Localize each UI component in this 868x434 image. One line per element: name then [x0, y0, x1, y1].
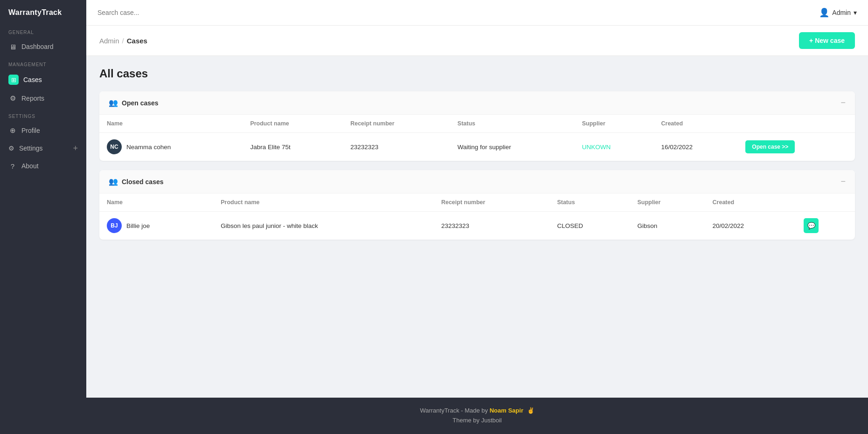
open-case-button[interactable]: Open case >>: [745, 140, 795, 153]
cases-icon: ⊞: [8, 75, 19, 85]
settings-add-button[interactable]: +: [73, 144, 78, 152]
breadcrumb-current: Cases: [127, 37, 147, 45]
user-icon: 👤: [819, 7, 829, 18]
settings-icon: ⚙: [8, 145, 14, 152]
col-action-header: [738, 115, 855, 133]
closed-case-product-cell: Gibson les paul junior - white black: [213, 212, 434, 240]
open-cases-header-row: Name Product name Receipt number Status …: [99, 115, 855, 133]
sidebar-item-label: Dashboard: [21, 43, 54, 50]
dashboard-icon: 🖥: [8, 42, 17, 51]
open-case-supplier-cell: UNKOWN: [575, 133, 654, 161]
closed-case-status-cell: CLOSED: [549, 212, 630, 240]
people-icon: 👥: [109, 98, 118, 107]
col-status-header: Status: [450, 115, 575, 133]
top-header: 👤 Admin ▾: [86, 0, 868, 26]
new-case-button[interactable]: + New case: [799, 32, 855, 49]
sidebar-item-about[interactable]: ? About: [0, 157, 86, 175]
closed-cases-table: Name Product name Receipt number Status …: [99, 193, 855, 240]
sidebar-item-cases[interactable]: ⊞ Cases: [0, 70, 86, 90]
people-icon-closed: 👥: [109, 177, 118, 186]
footer-line2: Theme by Justboil: [95, 416, 860, 426]
closed-cases-collapse-button[interactable]: −: [840, 177, 846, 186]
sidebar-item-label: Profile: [21, 127, 40, 134]
col-name-header: Name: [99, 115, 243, 133]
col-created-header: Created: [705, 193, 797, 212]
open-cases-collapse-button[interactable]: −: [840, 98, 846, 108]
col-created-header: Created: [654, 115, 738, 133]
col-receipt-header: Receipt number: [343, 115, 450, 133]
closed-case-supplier-cell: Gibson: [630, 212, 705, 240]
open-cases-title: 👥 Open cases: [109, 98, 159, 107]
sidebar-item-dashboard[interactable]: 🖥 Dashboard: [0, 38, 86, 55]
main-content: 👤 Admin ▾ Admin / Cases + New case All c…: [86, 0, 868, 434]
avatar: BJ: [107, 218, 122, 233]
open-case-receipt-cell: 23232323: [343, 133, 450, 161]
table-row: BJ Billie joe Gibson les paul junior - w…: [99, 212, 855, 240]
col-name-header: Name: [99, 193, 213, 212]
breadcrumb-separator: /: [122, 37, 124, 45]
col-product-header: Product name: [213, 193, 434, 212]
supplier-link[interactable]: UNKOWN: [582, 144, 611, 151]
profile-icon: ⊕: [8, 126, 17, 135]
closed-cases-section: 👥 Closed cases − Name Product name Recei…: [99, 170, 855, 240]
closed-case-name-cell: BJ Billie joe: [99, 212, 213, 240]
user-menu[interactable]: 👤 Admin ▾: [819, 7, 857, 18]
footer-author: Noam Sapir: [490, 407, 523, 414]
sidebar-item-profile[interactable]: ⊕ Profile: [0, 122, 86, 139]
closed-cases-label: Closed cases: [122, 178, 164, 186]
closed-cases-title: 👥 Closed cases: [109, 177, 164, 186]
open-cases-section: 👥 Open cases − Name Product name Receipt…: [99, 91, 855, 161]
open-case-action-cell: Open case >>: [738, 133, 855, 161]
sidebar-section-settings: SETTINGS: [0, 107, 86, 122]
footer-wave: ✌: [527, 407, 535, 414]
closed-case-action-cell: 💬: [796, 212, 855, 240]
closed-case-created-cell: 20/02/2022: [705, 212, 797, 240]
page-title: All cases: [99, 67, 855, 80]
sidebar-item-reports[interactable]: ⚙ Reports: [0, 90, 86, 107]
table-row: NC Neamma cohen Jabra Elite 75t 23232323…: [99, 133, 855, 161]
sidebar-item-label: Reports: [21, 95, 44, 102]
closed-case-button[interactable]: 💬: [804, 218, 819, 233]
col-receipt-header: Receipt number: [434, 193, 549, 212]
breadcrumb: Admin / Cases: [99, 37, 147, 45]
col-product-header: Product name: [243, 115, 343, 133]
sidebar-item-label: Settings: [19, 145, 43, 152]
open-case-name-cell: NC Neamma cohen: [99, 133, 243, 161]
case-name: Neamma cohen: [126, 144, 171, 151]
footer: WarrantyTrack - Made by Noam Sapir ✌ The…: [86, 398, 868, 434]
open-case-product-cell: Jabra Elite 75t: [243, 133, 343, 161]
col-status-header: Status: [549, 193, 630, 212]
case-name: Billie joe: [126, 222, 150, 229]
open-case-created-cell: 16/02/2022: [654, 133, 738, 161]
breadcrumb-parent: Admin: [99, 37, 119, 45]
sidebar: WarrantyTrack GENERAL 🖥 Dashboard MANAGE…: [0, 0, 86, 434]
avatar: NC: [107, 139, 122, 154]
about-icon: ?: [8, 162, 17, 170]
search-input[interactable]: [97, 9, 219, 16]
sidebar-item-label: Cases: [23, 76, 42, 83]
footer-text1: WarrantyTrack - Made by: [420, 407, 489, 414]
col-supplier-header: Supplier: [630, 193, 705, 212]
open-case-status-cell: Waiting for supplier: [450, 133, 575, 161]
sidebar-section-management: MANAGEMENT: [0, 55, 86, 70]
user-label: Admin: [832, 9, 851, 16]
col-supplier-header: Supplier: [575, 115, 654, 133]
app-logo: WarrantyTrack: [0, 0, 86, 23]
page-header: Admin / Cases + New case: [86, 26, 868, 56]
open-cases-header: 👥 Open cases −: [99, 91, 855, 115]
closed-case-receipt-cell: 23232323: [434, 212, 549, 240]
sidebar-item-label: About: [21, 162, 39, 170]
open-cases-label: Open cases: [122, 99, 159, 107]
footer-line1: WarrantyTrack - Made by Noam Sapir ✌: [95, 406, 860, 416]
open-cases-table: Name Product name Receipt number Status …: [99, 115, 855, 161]
sidebar-item-settings[interactable]: ⚙ Settings +: [0, 139, 86, 157]
closed-cases-header: 👥 Closed cases −: [99, 170, 855, 193]
sidebar-section-general: GENERAL: [0, 23, 86, 38]
reports-icon: ⚙: [8, 94, 17, 103]
col-action-header: [796, 193, 855, 212]
page-content: All cases 👥 Open cases − Name Product na…: [86, 56, 868, 398]
user-dropdown-icon: ▾: [854, 9, 857, 16]
closed-cases-header-row: Name Product name Receipt number Status …: [99, 193, 855, 212]
